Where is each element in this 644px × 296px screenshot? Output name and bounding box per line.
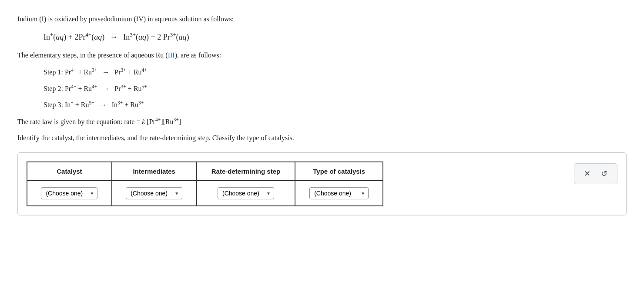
catalyst-select-wrapper: (Choose one) Ru³⁺ Pr⁴⁺ In⁺ Ru⁴⁺ Ru⁵⁺ [41,187,97,199]
catalysis-type-select[interactable]: (Choose one) Homogeneous Heterogeneous E… [309,187,369,199]
reset-button[interactable]: ↺ [597,167,611,180]
cell-intermediates: (Choose one) Ru³⁺ Pr⁴⁺ Ru⁴⁺ Ru⁵⁺ In⁺ [112,181,197,206]
catalysis-type-select-wrapper: (Choose one) Homogeneous Heterogeneous E… [309,187,369,199]
answer-table: Catalyst Intermediates Rate-determining … [27,161,383,206]
intermediates-select-wrapper: (Choose one) Ru³⁺ Pr⁴⁺ Ru⁴⁺ Ru⁵⁺ In⁺ [126,187,182,199]
elementary-intro-text: The elementary steps, in the presence of… [17,49,627,61]
catalyst-select[interactable]: (Choose one) Ru³⁺ Pr⁴⁺ In⁺ Ru⁴⁺ Ru⁵⁺ [41,187,97,199]
steps-block: Step 1: Pr4+ + Ru3+ → Pr3+ + Ru4+ Step 2… [44,64,627,112]
cell-rate-step: (Choose one) Step 1 Step 2 Step 3 [197,181,295,206]
col-header-catalysis-type: Type of catalysis [295,162,383,181]
col-header-intermediates: Intermediates [112,162,197,181]
intermediates-select[interactable]: (Choose one) Ru³⁺ Pr⁴⁺ Ru⁴⁺ Ru⁵⁺ In⁺ [126,187,182,199]
step-2: Step 2: Pr4+ + Ru4+ → Pr3+ + Ru5+ [44,81,627,96]
table-wrapper: Catalyst Intermediates Rate-determining … [27,161,567,206]
col-header-rate-step: Rate-determining step [197,162,295,181]
clear-button[interactable]: ✕ [580,167,594,180]
answer-area: Catalyst Intermediates Rate-determining … [17,152,627,215]
table-row: (Choose one) Ru³⁺ Pr⁴⁺ In⁺ Ru⁴⁺ Ru⁵⁺ [27,181,383,206]
cell-catalysis-type: (Choose one) Homogeneous Heterogeneous E… [295,181,383,206]
intro-text: Indium (I) is oxidized by prasedodimium … [17,13,627,25]
col-header-catalyst: Catalyst [27,162,112,181]
main-equation: In+(aq) + 2Pr4+(aq) → In3+(aq) + 2 Pr3+(… [44,29,627,45]
rate-step-select-wrapper: (Choose one) Step 1 Step 2 Step 3 [218,187,274,199]
rate-law-text: The rate law is given by the equation: r… [17,116,627,128]
action-buttons-panel: ✕ ↺ [574,163,617,184]
identify-text: Identify the catalyst, the intermediates… [17,132,627,144]
rate-step-select[interactable]: (Choose one) Step 1 Step 2 Step 3 [218,187,274,199]
step-1: Step 1: Pr4+ + Ru3+ → Pr3+ + Ru4+ [44,64,627,80]
step-3: Step 3: In+ + Ru5+ → In3+ + Ru3+ [44,97,627,112]
cell-catalyst: (Choose one) Ru³⁺ Pr⁴⁺ In⁺ Ru⁴⁺ Ru⁵⁺ [27,181,112,206]
